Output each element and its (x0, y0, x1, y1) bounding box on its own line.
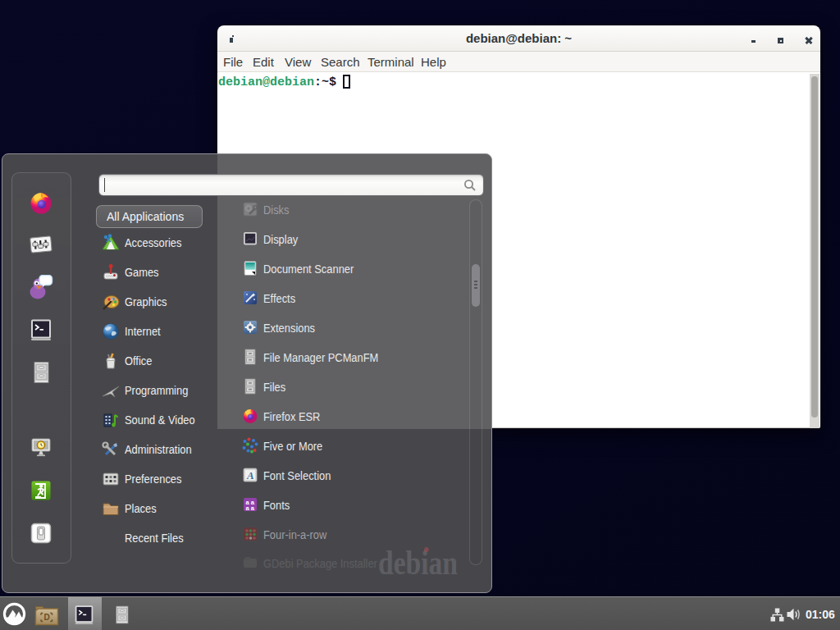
svg-text:D: D (44, 613, 50, 622)
svg-text:A: A (246, 468, 254, 481)
svg-text:a a: a a (246, 504, 255, 511)
